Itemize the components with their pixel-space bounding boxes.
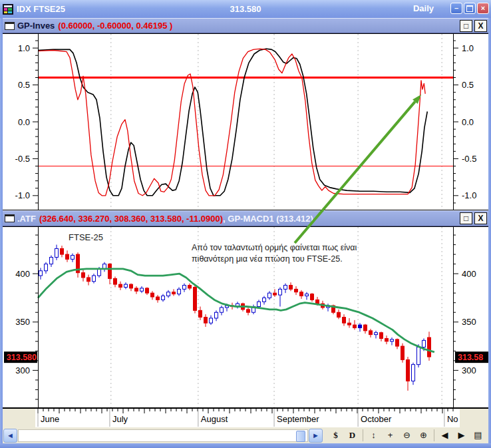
- vertical-zoom-button[interactable]: ↕: [367, 429, 381, 442]
- annotation-line2: πιθανότερη μια νέα πτώση του FTSE-25.: [192, 254, 357, 265]
- candle-body: [337, 312, 341, 317]
- candle-body: [412, 365, 415, 381]
- scroll-left-arrow[interactable]: ◄: [3, 429, 17, 443]
- candle-body: [305, 294, 309, 296]
- price-panel-titlebar[interactable]: .ATF (326.640, 336.270, 308.360, 313.580…: [3, 210, 488, 226]
- toolbar-separator: [434, 429, 434, 441]
- scroll-right-arrow[interactable]: ►: [309, 429, 323, 443]
- y-axis-label: 0.5: [462, 80, 474, 90]
- panel-close-button[interactable]: X: [474, 212, 487, 224]
- candle-body: [151, 293, 154, 297]
- y-axis-label: -0.5: [15, 154, 30, 164]
- last-price-value: 313.58: [458, 353, 483, 362]
- candle-body: [71, 256, 75, 260]
- candle-body: [364, 325, 367, 331]
- candle-body: [300, 292, 303, 296]
- candle-body: [108, 264, 112, 279]
- periodicity-daily-button[interactable]: D: [345, 429, 359, 442]
- y-axis-label: 0.0: [462, 117, 474, 127]
- candle-body: [146, 288, 149, 293]
- candle-body: [92, 276, 96, 282]
- application-window: IDX FTSE25 313.580 Daily – × GP-Inves (0…: [0, 0, 491, 448]
- candle-body: [263, 298, 266, 302]
- candle-body: [284, 286, 287, 290]
- y-axis-label: -1.0: [462, 190, 476, 200]
- month-label: August: [201, 414, 228, 424]
- scrollbar-track[interactable]: [18, 429, 308, 442]
- candle-body: [247, 310, 250, 312]
- candle-body: [130, 284, 133, 288]
- y-axis-label: 1.0: [462, 43, 474, 53]
- month-label: No: [447, 414, 458, 424]
- last-price-value: 313.580: [7, 353, 37, 362]
- candle-body: [114, 278, 117, 284]
- candle-body: [422, 340, 426, 347]
- panel-maximize-button[interactable]: □: [460, 20, 472, 32]
- rescale-button[interactable]: $: [329, 429, 343, 442]
- candle-body: [380, 333, 383, 339]
- oscillator-panel-title: GP-Inves: [17, 21, 55, 31]
- candle-body: [66, 254, 69, 259]
- scroll-right-button[interactable]: ▶: [454, 429, 468, 442]
- panel-window-icon: [5, 214, 15, 222]
- candle-body: [279, 289, 282, 295]
- candle-body: [124, 284, 128, 287]
- toolbar-separator: [363, 429, 363, 441]
- panel-close-button[interactable]: X: [474, 20, 487, 32]
- window-titlebar[interactable]: IDX FTSE25 313.580 Daily – ×: [0, 0, 491, 18]
- y-axis-label: -1.0: [15, 190, 30, 200]
- y-axis-label: 350: [462, 317, 476, 327]
- window-border-bottom: [0, 443, 491, 448]
- candle-body: [140, 288, 144, 291]
- candle-body: [391, 339, 394, 341]
- analyst-annotation: Από τον ταλαντωτή ορμής φαίνεται πως είν…: [192, 242, 357, 265]
- candle-body: [417, 347, 420, 365]
- zoom-out-button[interactable]: ⊖: [400, 429, 414, 442]
- scrollbar-thumb[interactable]: [296, 431, 305, 442]
- candle-body: [204, 318, 208, 324]
- candle-body: [210, 318, 213, 323]
- window-title: IDX FTSE25: [17, 4, 65, 14]
- maximize-button[interactable]: [464, 3, 476, 14]
- y-axis-label: 300: [15, 365, 30, 375]
- y-axis-label: 300: [462, 365, 476, 375]
- candle-body: [375, 333, 378, 335]
- candle-body: [407, 359, 410, 381]
- candle-body: [61, 248, 64, 254]
- annotation-line1: Από τον ταλαντωτή ορμής φαίνεται πως είν…: [192, 242, 357, 254]
- data-window-button[interactable]: ▤: [471, 429, 485, 442]
- candle-body: [98, 269, 101, 276]
- bottom-toolbar: ◄ ► $D↕+⊖⊕◀▶▤: [3, 427, 488, 443]
- candle-body: [268, 293, 271, 298]
- candle-body: [156, 297, 160, 300]
- y-axis-label: 350: [15, 317, 30, 327]
- candle-body: [311, 294, 314, 300]
- candle-body: [401, 346, 405, 359]
- close-button[interactable]: ×: [477, 3, 489, 14]
- y-axis-label: 400: [15, 269, 30, 279]
- candle-body: [220, 308, 224, 312]
- candle-body: [428, 337, 431, 357]
- scroll-left-button[interactable]: ◀: [438, 429, 452, 442]
- instrument-label: FTSE-25: [69, 232, 103, 242]
- app-icon: [3, 4, 13, 15]
- maximize-icon: [466, 5, 473, 12]
- oscillator-values: (0.60000, -0.60000, 0.46195 ): [58, 21, 172, 31]
- candle-body: [39, 271, 43, 276]
- candle-body: [199, 310, 202, 317]
- candle-body: [273, 293, 277, 295]
- oscillator-panel-titlebar[interactable]: GP-Inves (0.60000, -0.60000, 0.46195 ) □…: [3, 18, 488, 33]
- candle-body: [45, 264, 48, 271]
- pan-button[interactable]: +: [383, 429, 397, 442]
- y-axis-label: -0.5: [462, 154, 476, 164]
- candle-body: [172, 292, 176, 294]
- candle-body: [289, 286, 293, 290]
- minimize-button[interactable]: –: [450, 3, 462, 14]
- price-panel-title: .ATF: [17, 214, 36, 224]
- panel-maximize-button[interactable]: □: [460, 212, 472, 224]
- y-axis-label: 400: [462, 269, 476, 279]
- candle-body: [396, 339, 399, 346]
- candle-body: [369, 331, 373, 335]
- zoom-in-button[interactable]: ⊕: [416, 429, 430, 442]
- oscillator-chart-area[interactable]: 1.01.00.50.50.00.0-0.5-0.5-1.0-1.0: [3, 33, 488, 210]
